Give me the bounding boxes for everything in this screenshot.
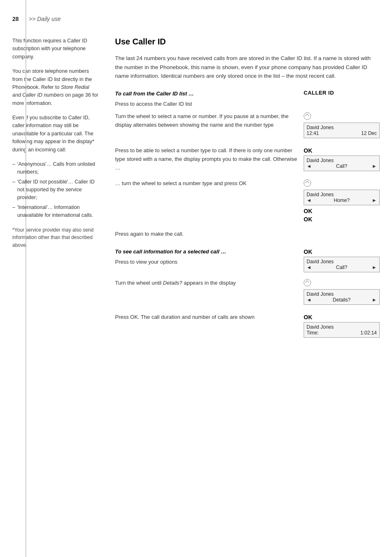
detail-label: Time: xyxy=(307,330,319,336)
scroll-icon-2 xyxy=(304,179,311,187)
nav-arrow-left-2: ◄ xyxy=(307,197,311,203)
nav-arrow-right-1: ► xyxy=(372,163,377,169)
bullet-2: 'Caller ID not possible'… Caller ID not … xyxy=(12,178,99,202)
device-screen-5: David Jones ◄ Details? ► xyxy=(304,289,380,305)
ok-label-3: OK xyxy=(304,216,380,223)
device-screen-4: David Jones ◄ Call? ► xyxy=(304,257,380,272)
step5-instruction: Press again to make the call. xyxy=(115,230,300,239)
device-name-3: David Jones xyxy=(307,192,377,197)
step2-instruction: Turn the wheel to select a name or numbe… xyxy=(115,112,300,130)
device-screen-2: David Jones ◄ Call? ► xyxy=(304,155,380,171)
nav-arrow-right-4: ► xyxy=(372,297,377,303)
page-number: 28 xyxy=(12,16,19,22)
subsection2-label: To see call information for a selected c… xyxy=(115,248,300,256)
step1-instruction: Press to access the Caller ID list xyxy=(115,100,300,109)
section-title: Use Caller ID xyxy=(115,37,380,46)
subsection2: To see call information for a selected c… xyxy=(115,248,380,340)
ok-label-1: OK xyxy=(304,147,380,154)
device-name-2: David Jones xyxy=(307,158,377,163)
nav-home-1: Home? xyxy=(311,197,372,203)
left-border xyxy=(25,0,26,557)
device-time-1: 12:41 xyxy=(307,130,319,136)
nav-arrow-right-2: ► xyxy=(372,197,377,203)
intro-text: The last 24 numbers you have received ca… xyxy=(115,54,380,81)
nav-arrow-left-4: ◄ xyxy=(307,297,311,303)
left-column: This function requires a Caller ID subsc… xyxy=(12,37,107,346)
detail-value: 1:02:14 xyxy=(360,330,377,336)
subsection1: To call from the Caller ID list … Press … xyxy=(115,90,380,239)
nav-call-2: Call? xyxy=(311,265,372,270)
step3-instruction: Press to be able to select a number type… xyxy=(115,146,300,172)
sub2-step3-instruction: Press OK. The call duration and number o… xyxy=(115,313,300,322)
caller-id-header: CALLER ID xyxy=(304,90,380,96)
step4-instruction: … turn the wheel to select a number type… xyxy=(115,179,300,188)
device-screen-1: David Jones 12:41 12 Dec xyxy=(304,123,380,138)
bullet-list: 'Anonymous'… Calls from unlisted numbers… xyxy=(12,160,99,220)
nav-arrow-left-3: ◄ xyxy=(307,265,311,270)
scroll-icon-1 xyxy=(304,112,311,120)
sub2-step2-instruction: Turn the wheel until Details? appears in… xyxy=(115,279,300,288)
device-name-6: David Jones xyxy=(307,324,377,330)
nav-call-1: Call? xyxy=(311,163,372,169)
ok-label-2: OK xyxy=(304,208,380,214)
main-column: Use Caller ID The last 24 numbers you ha… xyxy=(107,37,380,346)
bullet-3: 'International'… Information unavailable… xyxy=(12,204,99,220)
header-text: >> Daily use xyxy=(29,16,61,22)
subsection1-label: To call from the Caller ID list … xyxy=(115,90,300,98)
ok-label-5: OK xyxy=(304,314,380,320)
device-name-1: David Jones xyxy=(307,125,377,130)
device-screen-6: David Jones Time: 1:02:14 xyxy=(304,322,380,338)
device-name-4: David Jones xyxy=(307,259,377,265)
bullet-1: 'Anonymous'… Calls from unlisted numbers… xyxy=(12,160,99,176)
device-screen-3: David Jones ◄ Home? ► xyxy=(304,190,380,205)
nav-arrow-left-1: ◄ xyxy=(307,163,311,169)
sub2-step1-instruction: Press to view your options xyxy=(115,258,300,267)
ok-label-4: OK xyxy=(304,248,380,255)
device-name-5: David Jones xyxy=(307,291,377,297)
nav-details-1: Details? xyxy=(311,297,372,303)
nav-arrow-right-3: ► xyxy=(372,265,377,270)
scroll-icon-3 xyxy=(304,279,311,286)
device-date-1: 12 Dec xyxy=(361,130,377,136)
